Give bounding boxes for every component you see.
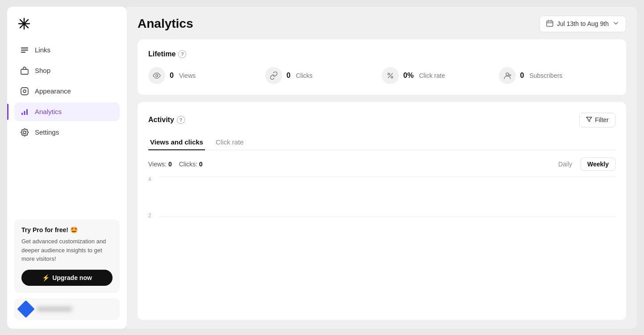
- y-label-2: 2: [148, 212, 151, 219]
- sidebar-item-links[interactable]: Links: [14, 41, 120, 59]
- svg-point-12: [391, 76, 393, 78]
- filter-label: Filter: [595, 116, 609, 123]
- filter-button[interactable]: Filter: [579, 113, 615, 127]
- tab-click-rate[interactable]: Click rate: [214, 135, 246, 150]
- svg-point-11: [388, 73, 390, 75]
- svg-point-13: [506, 73, 509, 76]
- activity-header: Activity ? Filter: [148, 113, 615, 127]
- clicks-label: Clicks: [296, 72, 312, 79]
- sidebar-item-label: Analytics: [35, 108, 62, 115]
- sidebar: Links Shop: [7, 7, 127, 329]
- links-icon: [20, 45, 29, 55]
- chart-clicks-value: 0: [199, 161, 203, 168]
- activity-card: Activity ? Filter Views and clicks Click…: [138, 102, 626, 320]
- y-label-4: 4: [148, 176, 151, 182]
- daily-button[interactable]: Daily: [552, 157, 579, 171]
- period-buttons: Daily Weekly: [552, 157, 615, 171]
- chart-stats: Views: 0 Clicks: 0: [148, 161, 203, 168]
- sidebar-item-label: Settings: [35, 128, 59, 136]
- eye-icon-circle: [148, 67, 165, 84]
- lifetime-help-icon[interactable]: ?: [178, 50, 186, 58]
- lifetime-card: Lifetime ? 0 Views: [138, 39, 626, 95]
- percent-icon-circle: [382, 67, 399, 84]
- user-avatar: [17, 300, 35, 318]
- user-name: [37, 306, 72, 312]
- svg-rect-0: [21, 47, 28, 49]
- svg-rect-7: [24, 111, 25, 115]
- upgrade-button[interactable]: ⚡ Upgrade now: [21, 270, 113, 286]
- stat-views: 0 Views: [148, 67, 265, 84]
- upgrade-label: Upgrade now: [52, 274, 92, 281]
- appearance-icon: [20, 86, 29, 96]
- svg-rect-9: [547, 21, 553, 26]
- tab-views-clicks[interactable]: Views and clicks: [148, 135, 205, 150]
- click-rate-value: 0%: [403, 72, 414, 80]
- sidebar-item-label: Shop: [35, 67, 50, 74]
- sidebar-item-appearance[interactable]: Appearance: [14, 82, 120, 101]
- subscribers-icon-circle: [499, 67, 516, 84]
- promo-card: Try Pro for free! 🤩 Get advanced customi…: [14, 219, 120, 293]
- settings-icon: [20, 127, 29, 137]
- upgrade-icon: ⚡: [42, 274, 50, 281]
- active-bar: [7, 104, 8, 120]
- sidebar-item-shop[interactable]: Shop: [14, 61, 120, 80]
- grid-line-middle: [159, 216, 615, 217]
- activity-title: Activity ?: [148, 116, 185, 124]
- analytics-icon: [20, 107, 29, 117]
- svg-rect-4: [21, 88, 28, 95]
- click-rate-label: Click rate: [419, 72, 445, 79]
- svg-rect-2: [21, 51, 25, 53]
- stat-clicks: 0 Clicks: [265, 67, 382, 84]
- sidebar-item-analytics[interactable]: Analytics: [14, 102, 120, 121]
- activity-help-icon[interactable]: ?: [177, 116, 185, 124]
- chart-views-value: 0: [168, 161, 172, 168]
- chart-area: 4 2: [148, 176, 615, 257]
- svg-rect-6: [21, 113, 23, 115]
- sidebar-item-label: Appearance: [35, 87, 71, 95]
- clicks-value: 0: [287, 72, 291, 80]
- lifetime-stats-row: 0 Views 0 Clicks: [148, 67, 615, 84]
- chart-controls: Views: 0 Clicks: 0 Daily Weekly: [148, 157, 615, 171]
- main-content: Analytics Jul 13th to Aug 9th: [127, 7, 637, 329]
- promo-text: Get advanced customization and deeper au…: [21, 237, 113, 263]
- filter-icon: [586, 116, 592, 124]
- svg-point-5: [23, 90, 26, 93]
- page-header: Analytics Jul 13th to Aug 9th: [138, 16, 626, 32]
- chart-clicks-label: Clicks: 0: [179, 161, 203, 168]
- shop-icon: [20, 66, 29, 76]
- app-logo: [16, 16, 32, 32]
- svg-rect-1: [21, 49, 28, 51]
- stat-subscribers: 0 Subscribers: [499, 67, 616, 84]
- grid-line-top: [159, 176, 615, 177]
- views-value: 0: [170, 72, 174, 80]
- date-range-picker[interactable]: Jul 13th to Aug 9th: [539, 16, 626, 32]
- lifetime-title: Lifetime ?: [148, 50, 615, 58]
- subscribers-value: 0: [520, 72, 524, 80]
- promo-title: Try Pro for free! 🤩: [21, 226, 113, 233]
- stat-click-rate: 0% Click rate: [382, 67, 499, 84]
- svg-rect-8: [26, 109, 28, 115]
- sidebar-item-settings[interactable]: Settings: [14, 123, 120, 142]
- weekly-button[interactable]: Weekly: [581, 157, 615, 171]
- subscribers-label: Subscribers: [529, 72, 562, 79]
- views-label: Views: [179, 72, 196, 79]
- calendar-icon: [546, 20, 553, 28]
- activity-tabs: Views and clicks Click rate: [148, 135, 615, 150]
- sidebar-item-label: Links: [35, 46, 50, 54]
- svg-point-10: [156, 74, 158, 76]
- user-section[interactable]: [14, 298, 120, 320]
- svg-rect-3: [21, 69, 28, 74]
- chevron-down-icon: [612, 20, 619, 28]
- date-range-text: Jul 13th to Aug 9th: [557, 20, 609, 27]
- page-title: Analytics: [138, 17, 193, 31]
- chart-views-label: Views: 0: [148, 161, 172, 168]
- link-icon-circle: [265, 67, 282, 84]
